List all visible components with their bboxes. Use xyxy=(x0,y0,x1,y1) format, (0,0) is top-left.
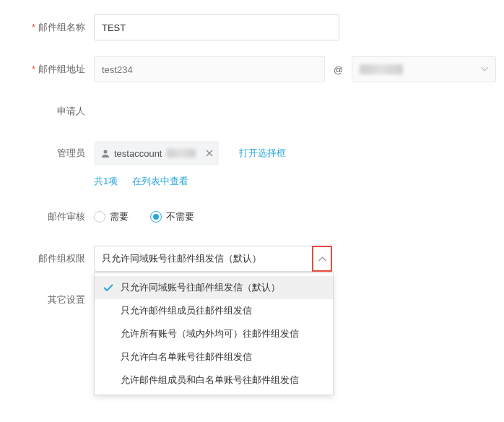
label-review: 邮件审核 xyxy=(22,210,94,223)
admin-chip-blurred xyxy=(167,149,196,158)
row-applicant: 申请人 xyxy=(22,98,482,124)
row-admin: 管理员 testaccount 打开选择框 xyxy=(22,140,482,166)
group-addr-input xyxy=(94,56,325,82)
label-group-name: 邮件组名称 xyxy=(22,21,94,34)
dropdown-option-1[interactable]: 只允许邮件组成员往邮件组发信 xyxy=(95,299,333,322)
label-admin: 管理员 xyxy=(22,147,94,160)
svg-point-0 xyxy=(104,150,108,154)
dropdown-option-4[interactable]: 允许邮件组成员和白名单账号往邮件组发信 xyxy=(95,369,333,392)
review-no-label: 不需要 xyxy=(166,210,194,223)
review-yes-label: 需要 xyxy=(110,210,129,223)
view-in-list-link[interactable]: 在列表中查看 xyxy=(132,175,188,188)
col-permission: 只允许同域账号往邮件组发信（默认） 只允许同域账号往邮件组发信（默认） 只允许邮… xyxy=(94,246,482,272)
dropdown-option-1-label: 只允许邮件组成员往邮件组发信 xyxy=(121,304,252,317)
open-selector-link[interactable]: 打开选择框 xyxy=(239,147,286,160)
dropdown-option-2-label: 允许所有账号（域内外均可）往邮件组发信 xyxy=(121,327,299,340)
dropdown-option-3-label: 只允许白名单账号往邮件组发信 xyxy=(121,350,252,363)
review-radio-group: 需要 不需要 xyxy=(94,210,194,223)
dropdown-option-0-label: 只允许同域账号往邮件组发信（默认） xyxy=(121,281,280,294)
radio-icon-checked xyxy=(150,211,162,223)
dropdown-option-2[interactable]: 允许所有账号（域内外均可）往邮件组发信 xyxy=(95,322,333,345)
radio-icon-unchecked xyxy=(94,211,105,223)
label-applicant: 申请人 xyxy=(22,105,94,118)
review-radio-no[interactable]: 不需要 xyxy=(150,210,194,223)
dropdown-option-4-label: 允许邮件组成员和白名单账号往邮件组发信 xyxy=(121,374,299,387)
row-group-addr: 邮件组地址 @ xyxy=(22,56,482,82)
col-group-name xyxy=(94,14,482,40)
domain-select[interactable] xyxy=(352,56,496,82)
col-review: 需要 不需要 xyxy=(94,210,482,223)
permission-dropdown: 只允许同域账号往邮件组发信（默认） 只允许邮件组成员往邮件组发信 允许所有账号（… xyxy=(94,272,334,395)
label-permission: 邮件组权限 xyxy=(22,252,94,265)
dropdown-option-3[interactable]: 只允许白名单账号往邮件组发信 xyxy=(95,345,333,369)
permission-select[interactable]: 只允许同域账号往邮件组发信（默认） 只允许同域账号往邮件组发信（默认） 只允许邮… xyxy=(94,246,332,272)
admin-chip-text: testaccount xyxy=(114,148,162,159)
admin-sub-links: 共1项 在列表中查看 xyxy=(94,175,482,188)
review-radio-yes[interactable]: 需要 xyxy=(94,210,129,223)
dropdown-option-0[interactable]: 只允许同域账号往邮件组发信（默认） xyxy=(95,276,333,299)
admin-chip: testaccount xyxy=(94,141,219,165)
group-name-input[interactable] xyxy=(94,14,339,40)
row-group-name: 邮件组名称 xyxy=(22,14,482,40)
row-review: 邮件审核 需要 不需要 xyxy=(22,204,482,230)
select-arrow-highlight xyxy=(312,246,332,272)
close-icon[interactable] xyxy=(206,150,213,157)
row-permission: 邮件组权限 只允许同域账号往邮件组发信（默认） 只允许同域账号往邮件组发信（默认… xyxy=(22,246,482,272)
chevron-up-icon xyxy=(318,257,326,262)
at-symbol: @ xyxy=(334,64,343,75)
col-admin: testaccount 打开选择框 xyxy=(94,141,482,165)
permission-select-value: 只允许同域账号往邮件组发信（默认） xyxy=(102,252,261,265)
check-icon xyxy=(103,284,113,291)
label-other: 其它设置 xyxy=(22,288,94,306)
col-group-addr: @ xyxy=(94,56,496,82)
person-icon xyxy=(101,149,110,158)
domain-text-blurred xyxy=(360,64,403,74)
total-count-link[interactable]: 共1项 xyxy=(94,175,118,188)
chevron-down-icon xyxy=(481,67,488,72)
label-group-addr: 邮件组地址 xyxy=(22,63,94,76)
